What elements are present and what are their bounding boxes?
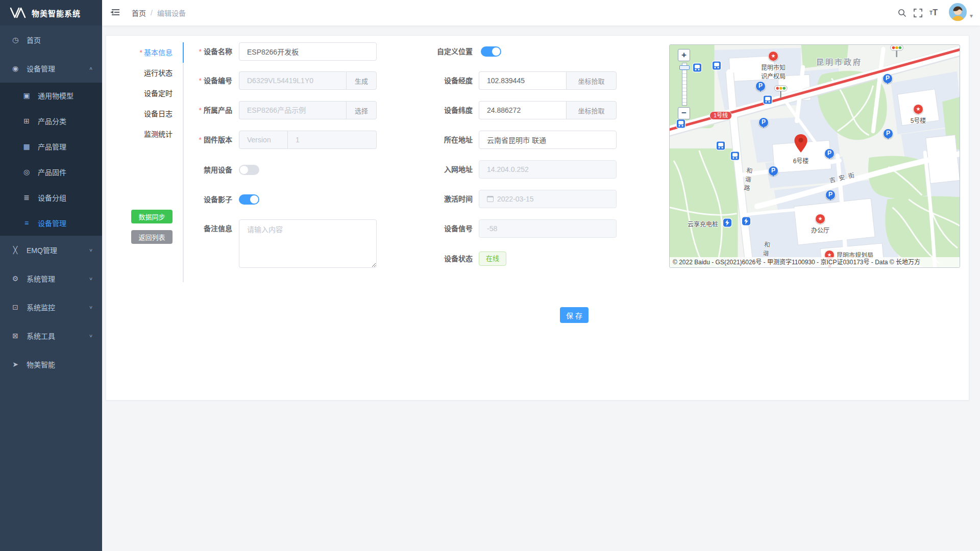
charging-station-icon <box>723 218 732 229</box>
device-mgmt-icon: ≡ <box>22 219 31 227</box>
product-mgmt-icon: ▦ <box>22 142 31 151</box>
sidebar: 物美智能系统 ◷首页◉设备管理∧▣通用物模型⊞产品分类▦产品管理◎产品固件≣设备… <box>0 0 102 551</box>
device-shadow-switch[interactable] <box>239 194 259 205</box>
pick-latitude-button[interactable]: 坐标拾取 <box>566 101 617 119</box>
parking-icon: P <box>824 148 835 159</box>
product-input: ESP8266产品示例 <box>239 101 346 119</box>
system-tools-icon: ⊠ <box>11 332 19 340</box>
zoom-out-button[interactable]: − <box>678 107 690 119</box>
sidebar-item-device-mgmt-group[interactable]: ◉设备管理∧ <box>0 54 102 83</box>
latitude-group: 24.886272 坐标拾取 <box>479 101 617 119</box>
chevron-down-icon: ∨ <box>89 276 93 281</box>
sidebar-item-product-mgmt[interactable]: ▦产品管理 <box>0 134 102 159</box>
sidebar-item-product-category[interactable]: ⊞产品分类 <box>0 108 102 134</box>
wumei-smart-icon: ➤ <box>11 360 19 368</box>
sidebar-item-home[interactable]: ◷首页 <box>0 26 102 54</box>
system-monitor-icon: ⊡ <box>11 303 19 311</box>
disable-device-label: 禁用设备 <box>151 161 232 179</box>
device-no-group: D6329VL54419L1Y0 生成 <box>239 71 377 90</box>
map-attribution: © 2022 Baidu - GS(2021)6026号 - 甲测资字11009… <box>670 257 960 267</box>
metro-station-icon <box>712 61 722 72</box>
sidebar-item-system-tools[interactable]: ⊠系统工具∨ <box>0 321 102 350</box>
device-group-icon: ≣ <box>22 193 31 202</box>
map-poi-label: 昆明市知 识产权局 <box>761 63 786 80</box>
pick-longitude-button[interactable]: 坐标拾取 <box>566 71 617 90</box>
device-no-label: *设备编号 <box>151 71 232 90</box>
select-product-button[interactable]: 选择 <box>346 101 377 119</box>
sidebar-item-system-monitor[interactable]: ⊡系统监控∨ <box>0 293 102 321</box>
address-label: 所在地址 <box>391 131 473 149</box>
metro-station-icon <box>763 95 773 106</box>
breadcrumb-home[interactable]: 首页 <box>132 8 146 18</box>
firmware-group: Version 1 <box>239 131 377 149</box>
caret-down-icon[interactable]: ▾ <box>970 6 973 19</box>
parking-icon: P <box>883 129 893 139</box>
save-button[interactable]: 保 存 <box>560 307 589 323</box>
custom-location-switch[interactable] <box>481 46 501 57</box>
generate-button[interactable]: 生成 <box>346 71 377 90</box>
sidebar-item-device-mgmt[interactable]: ≡设备管理 <box>0 210 102 236</box>
map-poi-label: 办公厅 <box>811 226 829 234</box>
product-label: *所属产品 <box>151 101 232 119</box>
zoom-slider-handle[interactable] <box>679 65 690 70</box>
ip-input <box>479 160 617 179</box>
poi-marker-icon: ★ <box>815 214 825 224</box>
status-online-tag: 在线 <box>479 252 506 266</box>
sidebar-item-system-mgmt[interactable]: ⚙系统管理∨ <box>0 264 102 293</box>
product-category-icon: ⊞ <box>22 117 31 125</box>
map-area-label: 昆明市政府 <box>816 56 862 67</box>
longitude-input[interactable]: 102.839445 <box>479 71 566 90</box>
tabs-active-indicator <box>183 42 184 63</box>
metro-station-icon <box>730 151 740 162</box>
latitude-input[interactable]: 24.886272 <box>479 101 566 119</box>
map-zoom-control: + − <box>678 49 691 119</box>
app-title: 物美智能系统 <box>32 8 81 18</box>
font-size-icon[interactable]: TT <box>929 8 938 17</box>
active-time-label: 激活时间 <box>391 190 473 208</box>
baidu-map[interactable]: + − 1号线 ★昆明市知 识产权局★5号楼★办公厅★昆明市规划局6号楼昆明市政… <box>669 44 960 268</box>
active-time-input: 2022-03-15 <box>479 190 617 208</box>
device-location-pin <box>794 134 807 154</box>
disable-device-switch[interactable] <box>239 165 259 175</box>
rssi-label: 设备信号 <box>391 219 473 238</box>
parking-icon: P <box>758 117 769 128</box>
search-icon[interactable] <box>898 9 906 17</box>
device-name-input[interactable] <box>239 42 377 61</box>
submenu-device-mgmt-group: ▣通用物模型⊞产品分类▦产品管理◎产品固件≣设备分组≡设备管理 <box>0 83 102 236</box>
sidebar-item-product-firmware[interactable]: ◎产品固件 <box>0 159 102 185</box>
home-icon: ◷ <box>11 36 19 44</box>
sidebar-item-device-group[interactable]: ≣设备分组 <box>0 185 102 210</box>
custom-location-label: 自定义位置 <box>391 42 473 61</box>
app-logo: 物美智能系统 <box>0 0 102 26</box>
sidebar-item-thing-model[interactable]: ▣通用物模型 <box>0 83 102 108</box>
calendar-icon <box>487 196 494 202</box>
fullscreen-icon[interactable] <box>914 9 922 17</box>
sidebar-item-emq-mgmt[interactable]: ╳EMQ管理∨ <box>0 236 102 264</box>
charging-station-icon <box>742 216 751 228</box>
metro-line-badge: 1号线 <box>709 111 732 120</box>
remark-textarea[interactable] <box>239 219 377 268</box>
product-group: ESP8266产品示例 选择 <box>239 101 377 119</box>
device-name-label: *设备名称 <box>151 42 232 61</box>
product-firmware-icon: ◎ <box>22 168 31 176</box>
device-mgmt-group-icon: ◉ <box>11 64 19 72</box>
chevron-down-icon: ∨ <box>89 305 93 310</box>
map-poi-label: 5号楼 <box>911 116 926 124</box>
parking-icon: P <box>883 73 893 84</box>
breadcrumb-separator: / <box>151 9 153 17</box>
address-input[interactable] <box>479 131 617 149</box>
edit-device-panel: *基本信息运行状态设备定时设备日志监测统计 数据同步 返回列表 *设备名称 *设… <box>106 35 969 400</box>
chevron-up-icon: ∧ <box>89 66 93 71</box>
chevron-down-icon: ∨ <box>89 247 93 253</box>
sidebar-item-wumei-smart[interactable]: ➤物美智能 <box>0 350 102 379</box>
avatar[interactable] <box>949 3 967 22</box>
poi-marker-icon: ★ <box>768 51 778 61</box>
chevron-down-icon: ∨ <box>89 333 93 338</box>
parking-icon: P <box>825 190 836 200</box>
zoom-in-button[interactable]: + <box>678 49 690 61</box>
device-no-input: D6329VL54419L1Y0 <box>239 71 346 90</box>
collapse-menu-icon[interactable] <box>110 8 119 18</box>
parking-icon: P <box>755 81 766 91</box>
zoom-slider[interactable] <box>682 63 687 106</box>
rssi-input <box>479 219 617 238</box>
